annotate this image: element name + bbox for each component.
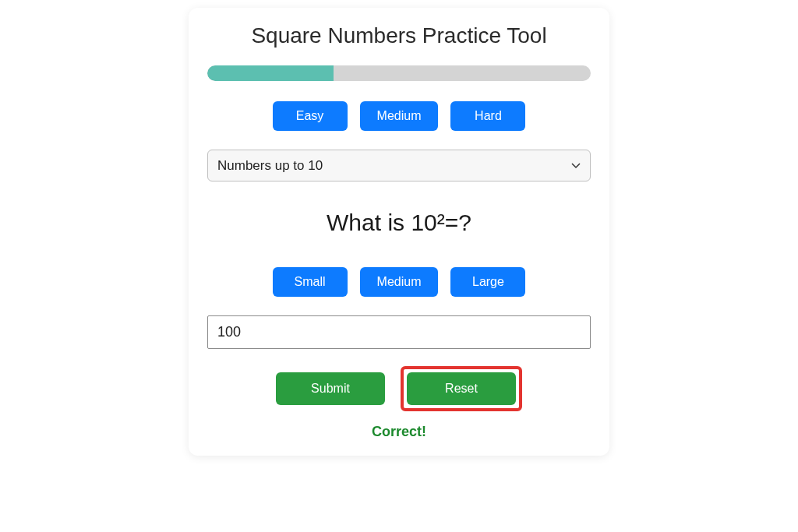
page-title: Square Numbers Practice Tool [251,23,546,48]
medium-size-button[interactable]: Medium [360,267,439,297]
large-button[interactable]: Large [450,267,525,297]
range-select-wrap: Numbers up to 10 [207,150,591,181]
progress-bar [207,65,591,81]
medium-button[interactable]: Medium [360,101,439,131]
reset-button[interactable]: Reset [407,372,516,405]
progress-fill [207,65,334,81]
size-row: Small Medium Large [273,267,526,297]
easy-button[interactable]: Easy [273,101,348,131]
hard-button[interactable]: Hard [450,101,525,131]
answer-input[interactable] [207,315,591,349]
practice-card: Square Numbers Practice Tool Easy Medium… [189,8,609,456]
feedback-text: Correct! [372,424,426,440]
submit-button[interactable]: Submit [276,372,385,405]
question-text: What is 10²=? [327,210,471,236]
small-button[interactable]: Small [273,267,348,297]
reset-highlight: Reset [401,366,522,411]
difficulty-row: Easy Medium Hard [273,101,526,131]
action-row: Submit Reset [276,366,522,411]
range-select[interactable]: Numbers up to 10 [207,150,591,181]
